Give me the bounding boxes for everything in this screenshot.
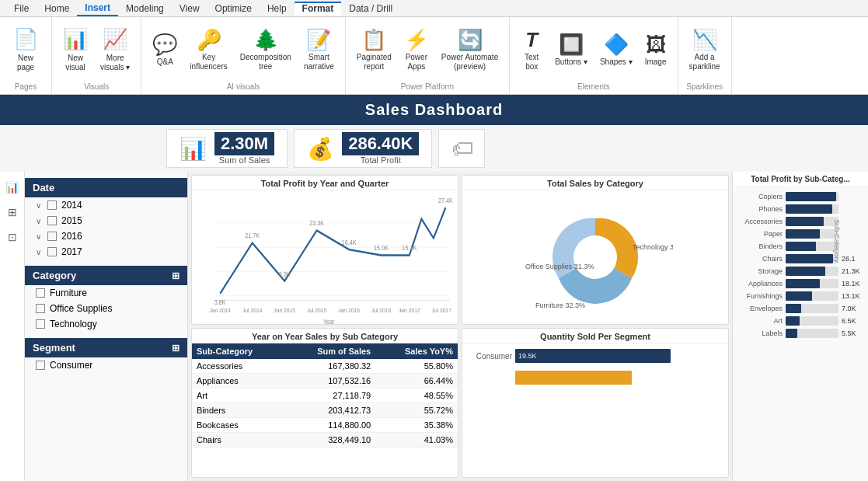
svg-text:3.8K: 3.8K — [214, 299, 227, 307]
ribbon-btn-shapes[interactable]: 🔷 Shapes ▾ — [595, 30, 637, 69]
svg-text:Office Supplies 31.3%: Office Supplies 31.3% — [525, 263, 594, 270]
segment-chart-title: Quantity Sold Per Segment — [462, 329, 728, 343]
left-icon-chart[interactable]: 📊 — [2, 178, 22, 197]
filter-year-2016[interactable]: ∨ 2016 — [25, 228, 187, 244]
bar-fill-storage — [786, 267, 825, 276]
checkbox-2016[interactable] — [47, 232, 57, 241]
ribbon-btn-more-visuals[interactable]: 📈 Morevisuals ▾ — [96, 24, 134, 75]
expand-2015: ∨ — [36, 217, 41, 225]
new-visual-label: Newvisual — [65, 54, 85, 72]
left-icon-filter[interactable]: ⊡ — [5, 228, 20, 246]
menu-modeling[interactable]: Modeling — [118, 2, 172, 16]
cell-accessories: Accessories — [192, 359, 285, 374]
bar-value-art: 6.5K — [842, 317, 865, 325]
checkbox-consumer[interactable] — [36, 361, 45, 370]
paginated-icon: 📋 — [361, 28, 386, 52]
segment-expand-icon: ⊞ — [172, 343, 180, 354]
kpi-sales-icon: 📊 — [180, 136, 207, 162]
segment-chart-body: Consumer 19.5K — [462, 343, 728, 477]
bar-row-labels: Labels 5.5K — [733, 327, 868, 340]
menu-help[interactable]: Help — [260, 2, 295, 16]
checkbox-furniture[interactable] — [36, 288, 45, 298]
svg-text:16.4K: 16.4K — [342, 239, 357, 246]
bar-value-envelopes: 7.0K — [842, 305, 865, 312]
table-row: Art 27,118.79 48.55% — [192, 389, 458, 403]
svg-text:Year: Year — [323, 318, 335, 324]
menu-data-drill[interactable]: Data / Drill — [341, 2, 400, 16]
table-row: Binders 203,412.73 55.72% — [192, 403, 458, 418]
image-label: Image — [645, 58, 667, 67]
segment-chart-inner: Consumer 19.5K — [462, 343, 728, 477]
menu-optimize[interactable]: Optimize — [207, 2, 260, 16]
menu-insert[interactable]: Insert — [77, 1, 118, 16]
table-chart-body[interactable]: Sub-Category Sum of Sales Sales YoY% Acc… — [192, 343, 458, 477]
bar-label-envelopes: Envelopes — [736, 305, 783, 312]
image-icon: 🖼 — [646, 33, 666, 57]
kpi-sales: 📊 2.30M Sum of Sales — [166, 129, 288, 168]
ribbon-btn-sparkline[interactable]: 📉 Add asparkline — [685, 25, 725, 74]
ribbon-btn-key-influencers[interactable]: 🔑 Keyinfluencers — [185, 25, 232, 74]
right-panel-title: Total Profit by Sub-Categ... — [733, 172, 868, 187]
left-sidebar: Date ∨ 2014 ∨ 2015 ∨ 2016 ∨ 2017 — [25, 172, 188, 481]
menu-bar: File Home Insert Modeling View Optimize … — [0, 0, 868, 17]
bar-fill-binders — [786, 242, 816, 251]
ribbon-btn-decomposition[interactable]: 🌲 Decompositiontree — [235, 25, 296, 74]
cell-bookcases: Bookcases — [192, 418, 285, 433]
cell-chairs: Chairs — [192, 433, 285, 448]
ribbon-btn-image[interactable]: 🖼 Image — [640, 30, 671, 69]
ribbon-btn-paginated[interactable]: 📋 Paginatedreport — [352, 25, 396, 74]
menu-file[interactable]: File — [6, 2, 37, 16]
menu-view[interactable]: View — [172, 2, 207, 16]
bar-row-furnishings: Furnishings 13.1K — [733, 290, 868, 302]
filter-furniture[interactable]: Furniture — [25, 285, 187, 301]
ribbon-sparklines-items: 📉 Add asparkline — [685, 20, 725, 79]
filter-consumer[interactable]: Consumer — [25, 357, 187, 373]
bar-label-copiers: Copiers — [736, 193, 783, 200]
svg-text:15.1K: 15.1K — [402, 245, 417, 253]
ribbon-btn-buttons[interactable]: 🔲 Buttons ▾ — [550, 30, 592, 69]
filter-year-2017[interactable]: ∨ 2017 — [25, 244, 187, 260]
line-chart-card: Total Profit by Year and Quarter — [191, 175, 458, 325]
svg-text:Technology 36.4%: Technology 36.4% — [633, 243, 673, 251]
bar-fill-paper — [786, 229, 820, 239]
filter-year-2015[interactable]: ∨ 2015 — [25, 213, 187, 228]
qa-icon: 💬 — [152, 33, 177, 57]
ribbon-btn-new-visual[interactable]: 📊 Newvisual — [58, 24, 92, 75]
ribbon-btn-power-automate[interactable]: 🔄 Power Automate(preview) — [437, 25, 503, 74]
bar-chart-container: Copiers Phones Accessories Paper — [733, 187, 868, 481]
checkbox-2015[interactable] — [47, 216, 57, 225]
bar-track-chairs — [786, 254, 838, 263]
checkbox-technology[interactable] — [36, 319, 45, 329]
filter-year-2014[interactable]: ∨ 2014 — [25, 197, 187, 213]
sub-category-axis-label: Sub-Category — [833, 219, 841, 263]
col-header-sales: Sum of Sales — [285, 343, 375, 359]
left-icon-table[interactable]: ⊞ — [5, 203, 20, 221]
elements-group-label: Elements — [577, 79, 610, 91]
ribbon-btn-smart-narrative[interactable]: 📝 Smartnarrative — [299, 25, 339, 74]
new-page-icon: 📄 — [13, 27, 38, 51]
bar-value-furnishings: 13.1K — [842, 292, 865, 300]
menu-format[interactable]: Format — [295, 2, 342, 16]
charts-area: Total Profit by Year and Quarter — [188, 172, 732, 481]
label-2017: 2017 — [61, 246, 82, 257]
svg-text:21.7K: 21.7K — [245, 232, 260, 240]
filter-technology[interactable]: Technology — [25, 316, 187, 332]
checkbox-office-supplies[interactable] — [36, 304, 45, 313]
ribbon-btn-power-apps[interactable]: ⚡ PowerApps — [399, 25, 434, 74]
ribbon-group-ai: 💬 Q&A 🔑 Keyinfluencers 🌲 Decompositiontr… — [141, 17, 345, 94]
text-box-icon: T — [525, 28, 538, 52]
col-header-subcategory: Sub-Category — [192, 343, 285, 359]
bar-value-appliances: 18.1K — [842, 280, 865, 288]
ribbon-btn-new-page[interactable]: 📄 Newpage — [6, 24, 45, 75]
svg-text:Jan 2017: Jan 2017 — [399, 307, 420, 315]
category-expand-icon: ⊞ — [172, 270, 180, 281]
ribbon-visuals-items: 📊 Newvisual 📈 Morevisuals ▾ — [58, 20, 134, 79]
bar-fill-copiers — [786, 192, 836, 201]
menu-home[interactable]: Home — [37, 2, 77, 16]
more-visuals-label: Morevisuals ▾ — [100, 54, 130, 72]
checkbox-2014[interactable] — [47, 200, 57, 210]
ribbon-btn-text-box[interactable]: T Textbox — [516, 25, 547, 74]
filter-office-supplies[interactable]: Office Supplies — [25, 301, 187, 316]
checkbox-2017[interactable] — [47, 247, 57, 256]
ribbon-btn-qa[interactable]: 💬 Q&A — [148, 30, 182, 69]
